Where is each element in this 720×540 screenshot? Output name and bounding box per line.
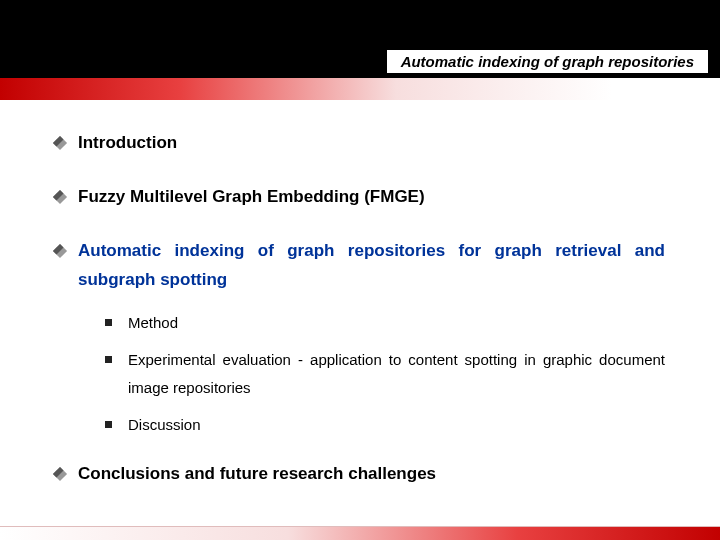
outline-subitem: Experimental evaluation - application to… (105, 346, 665, 403)
diamond-bullet-icon (53, 190, 67, 204)
outline-item: Introduction (55, 128, 665, 158)
outline-item: Conclusions and future research challeng… (55, 459, 665, 489)
slide-title: Automatic indexing of graph repositories (386, 49, 709, 74)
outline-content: Introduction Fuzzy Multilevel Graph Embe… (0, 100, 720, 523)
diamond-bullet-icon (53, 136, 67, 150)
diamond-bullet-icon (53, 467, 67, 481)
outline-item-text: Fuzzy Multilevel Graph Embedding (FMGE) (78, 182, 665, 212)
outline-item-active: Automatic indexing of graph repositories… (55, 236, 665, 296)
outline-item-text: Introduction (78, 128, 665, 158)
outline-subitem-text: Method (128, 309, 665, 338)
outline-item: Fuzzy Multilevel Graph Embedding (FMGE) (55, 182, 665, 212)
outline-subitem-text: Discussion (128, 411, 665, 440)
outline-item-text: Automatic indexing of graph repositories… (78, 236, 665, 296)
gradient-divider-bottom (0, 526, 720, 540)
outline-subitem-text: Experimental evaluation - application to… (128, 346, 665, 403)
diamond-bullet-icon (53, 243, 67, 257)
square-bullet-icon (105, 421, 112, 428)
outline-subitem: Method (105, 309, 665, 338)
header-black-band: Automatic indexing of graph repositories (0, 0, 720, 78)
outline-subitem: Discussion (105, 411, 665, 440)
square-bullet-icon (105, 319, 112, 326)
gradient-divider-top (0, 78, 720, 100)
outline-item-text: Conclusions and future research challeng… (78, 459, 665, 489)
outline-sublist: Method Experimental evaluation - applica… (105, 309, 665, 439)
square-bullet-icon (105, 356, 112, 363)
